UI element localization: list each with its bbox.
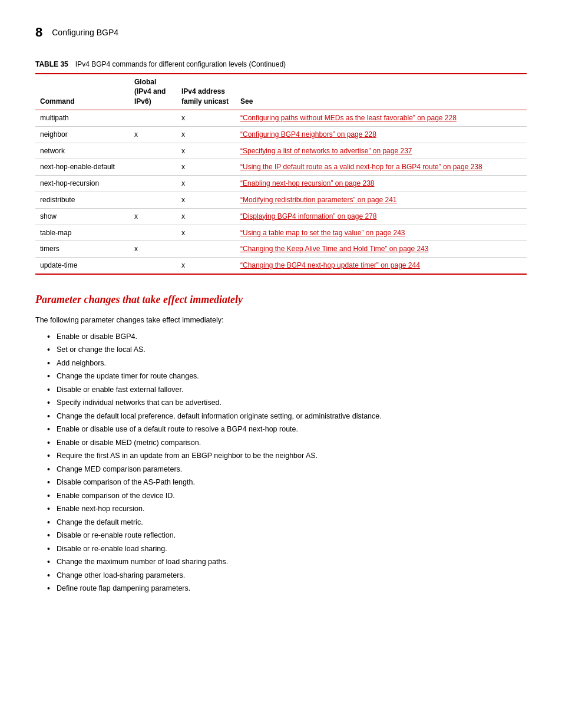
list-item: Define route flap dampening parameters. (47, 584, 527, 594)
list-item: Add neighbors. (47, 358, 527, 369)
list-item: Enable or disable MED (metric) compariso… (47, 438, 527, 449)
table-row: redistributex“Modifying redistribution p… (35, 192, 527, 208)
section-title: Parameter changes that take effect immed… (35, 292, 527, 307)
table-label: TABLE 35 IPv4 BGP4 commands for differen… (35, 60, 527, 70)
cell-see: “Specifying a list of networks to advert… (236, 143, 527, 159)
list-item: Set or change the local AS. (47, 345, 527, 355)
see-link[interactable]: “Displaying BGP4 information” on page 27… (240, 212, 376, 220)
cell-ipv4: x (177, 126, 236, 143)
see-link[interactable]: “Configuring paths without MEDs as the l… (240, 114, 457, 122)
list-item: Disable comparison of the AS-Path length… (47, 477, 527, 488)
list-item: Change MED comparison parameters. (47, 465, 527, 475)
see-link[interactable]: “Using a table map to set the tag value”… (240, 229, 405, 237)
commands-table: Command Global(IPv4 andIPv6) IPv4 addres… (35, 73, 527, 275)
list-item: Disable or re-enable route reflection. (47, 531, 527, 541)
cell-global (130, 176, 177, 192)
cell-ipv4: x (177, 159, 236, 176)
cell-global (130, 258, 177, 274)
col-ipv4-label: IPv4 addressfamily unicast (181, 87, 229, 106)
table-row: table-mapx“Using a table map to set the … (35, 225, 527, 241)
cell-command: show (35, 208, 130, 225)
table-row: neighborxx“Configuring BGP4 neighbors” o… (35, 126, 527, 143)
table-row: timersx“Changing the Keep Alive Time and… (35, 241, 527, 258)
col-header-command: Command (35, 74, 130, 110)
list-item: Enable or disable use of a default route… (47, 424, 527, 435)
cell-ipv4: x (177, 208, 236, 225)
page-header: 8 Configuring BGP4 (35, 24, 527, 42)
cell-command: redistribute (35, 192, 130, 208)
table-row: next-hop-recursionx“Enabling next-hop re… (35, 176, 527, 192)
table-row: networkx“Specifying a list of networks t… (35, 143, 527, 159)
parameter-changes-section: Parameter changes that take effect immed… (35, 292, 527, 594)
cell-command: next-hop-recursion (35, 176, 130, 192)
page-title: Configuring BGP4 (52, 27, 118, 39)
cell-see: “Enabling next-hop recursion” on page 23… (236, 176, 527, 192)
list-item: Change the default metric. (47, 518, 527, 528)
cell-global (130, 143, 177, 159)
table-row: update-timex“Changing the BGP4 next-hop … (35, 258, 527, 274)
list-item: Change other load-sharing parameters. (47, 571, 527, 581)
cell-see: “Using a table map to set the tag value”… (236, 225, 527, 241)
cell-ipv4: x (177, 258, 236, 274)
cell-command: timers (35, 241, 130, 258)
cell-see: “Displaying BGP4 information” on page 27… (236, 208, 527, 225)
cell-ipv4: x (177, 176, 236, 192)
cell-see: “Modifying redistribution parameters” on… (236, 192, 527, 208)
col-header-see: See (236, 74, 527, 110)
table-row: showxx“Displaying BGP4 information” on p… (35, 208, 527, 225)
cell-ipv4: x (177, 192, 236, 208)
cell-ipv4: x (177, 110, 236, 126)
list-item: Change the maximum number of load sharin… (47, 557, 527, 568)
cell-see: “Using the IP default route as a valid n… (236, 159, 527, 176)
cell-global (130, 110, 177, 126)
see-link[interactable]: “Modifying redistribution parameters” on… (240, 196, 396, 204)
table-row: next-hop-enable-defaultx“Using the IP de… (35, 159, 527, 176)
cell-see: “Changing the Keep Alive Time and Hold T… (236, 241, 527, 258)
list-item: Enable or disable BGP4. (47, 332, 527, 342)
cell-global (130, 159, 177, 176)
cell-global: x (130, 241, 177, 258)
cell-command: next-hop-enable-default (35, 159, 130, 176)
cell-ipv4 (177, 241, 236, 258)
see-link[interactable]: “Configuring BGP4 neighbors” on page 228 (240, 130, 376, 139)
cell-command: table-map (35, 225, 130, 241)
cell-global: x (130, 126, 177, 143)
list-item: Enable next-hop recursion. (47, 504, 527, 515)
table-desc: IPv4 BGP4 commands for different configu… (75, 60, 286, 70)
list-item: Enable comparison of the device ID. (47, 491, 527, 502)
table-tag: TABLE 35 (35, 60, 68, 70)
list-item: Change the default local preference, def… (47, 411, 527, 422)
see-link[interactable]: “Enabling next-hop recursion” on page 23… (240, 179, 374, 187)
cell-command: multipath (35, 110, 130, 126)
col-header-ipv4: IPv4 addressfamily unicast (177, 74, 236, 110)
see-link[interactable]: “Using the IP default route as a valid n… (240, 163, 482, 171)
list-item: Disable or enable fast external fallover… (47, 385, 527, 396)
cell-command: network (35, 143, 130, 159)
section-intro: The following parameter changes take eff… (35, 315, 527, 326)
cell-see: “Configuring BGP4 neighbors” on page 228 (236, 126, 527, 143)
page-number: 8 (35, 24, 42, 42)
table-row: multipathx“Configuring paths without MED… (35, 110, 527, 126)
cell-command: update-time (35, 258, 130, 274)
list-item: Change the update timer for route change… (47, 371, 527, 382)
see-link[interactable]: “Specifying a list of networks to advert… (240, 147, 412, 155)
col-header-global: Global(IPv4 andIPv6) (130, 74, 177, 110)
cell-global (130, 192, 177, 208)
cell-see: “Configuring paths without MEDs as the l… (236, 110, 527, 126)
cell-global (130, 225, 177, 241)
list-item: Disable or re-enable load sharing. (47, 544, 527, 555)
cell-global: x (130, 208, 177, 225)
table-section: TABLE 35 IPv4 BGP4 commands for differen… (35, 60, 527, 275)
bullet-list: Enable or disable BGP4.Set or change the… (35, 332, 527, 594)
cell-ipv4: x (177, 143, 236, 159)
cell-ipv4: x (177, 225, 236, 241)
list-item: Require the first AS in an update from a… (47, 451, 527, 462)
list-item: Specify individual networks that can be … (47, 398, 527, 409)
cell-see: “Changing the BGP4 next-hop update timer… (236, 258, 527, 274)
col-global-label: Global(IPv4 andIPv6) (134, 78, 166, 106)
cell-command: neighbor (35, 126, 130, 143)
see-link[interactable]: “Changing the Keep Alive Time and Hold T… (240, 245, 429, 253)
see-link[interactable]: “Changing the BGP4 next-hop update timer… (240, 261, 420, 269)
